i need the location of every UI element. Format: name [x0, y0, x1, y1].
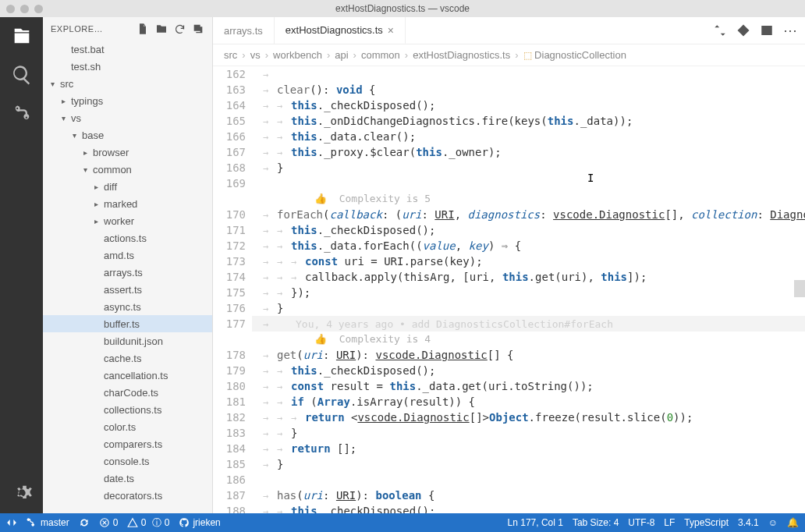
tree-item[interactable]: ▸marked — [43, 195, 212, 212]
zoom-window-icon[interactable] — [34, 5, 43, 13]
tree-item[interactable]: amd.ts — [43, 246, 212, 264]
code-line[interactable]: →→this._data.forEach((value, key) ⇒ { — [252, 238, 805, 254]
status-encoding[interactable]: UTF-8 — [628, 517, 654, 528]
breadcrumb-item[interactable]: api — [335, 49, 348, 61]
code-line[interactable]: → — [252, 66, 805, 82]
tab[interactable]: arrays.ts — [213, 17, 275, 44]
status-tab-size[interactable]: Tab Size: 4 — [573, 517, 619, 528]
status-branch[interactable]: master — [27, 517, 69, 528]
tree-item[interactable]: charCode.ts — [43, 384, 212, 401]
scrollbar-thumb[interactable] — [794, 280, 805, 297]
status-cursor-position[interactable]: Ln 177, Col 1 — [508, 517, 563, 528]
breadcrumb-item[interactable]: ⬚ DiagnosticCollection — [523, 49, 626, 61]
tree-item[interactable]: test.bat — [43, 41, 212, 58]
status-feedback-icon[interactable]: ☺ — [768, 517, 778, 528]
minimize-window-icon[interactable] — [20, 5, 29, 13]
status-language[interactable]: TypeScript — [684, 517, 729, 528]
code-line[interactable]: →→this._proxy.$clear(this._owner); — [252, 144, 805, 160]
tree-item[interactable]: console.ts — [43, 452, 212, 470]
code-editor[interactable]: 1621631641651661671681691701711721731741… — [213, 66, 805, 513]
status-user[interactable]: jrieken — [179, 517, 220, 528]
tree-item[interactable]: actions.ts — [43, 229, 212, 246]
tree-item[interactable]: cancellation.ts — [43, 367, 212, 384]
status-problems[interactable]: 0 0 ⓘ 0 — [99, 516, 170, 530]
status-sync[interactable] — [79, 517, 90, 528]
code-line[interactable]: →→if (Array.isArray(result)) { — [252, 394, 805, 410]
breadcrumb-item[interactable]: workbench — [273, 49, 322, 61]
explorer-icon[interactable] — [11, 25, 33, 47]
collapse-all-icon[interactable] — [192, 23, 204, 35]
code-line[interactable]: →clear(): void { — [252, 82, 805, 98]
compare-icon[interactable] — [713, 23, 727, 37]
codelens-complexity[interactable]: 👍 Complexity is 4 — [252, 332, 805, 347]
tab[interactable]: extHostDiagnostics.ts× — [275, 17, 406, 44]
tree-item[interactable]: ▸worker — [43, 212, 212, 229]
breadcrumb-item[interactable]: common — [361, 49, 400, 61]
breadcrumbs[interactable]: src›vs›workbench›api›common›extHostDiagn… — [213, 44, 805, 66]
code-line[interactable]: →→this._checkDisposed(); — [252, 98, 805, 113]
file-tree[interactable]: test.battest.sh▾src▸typings▾vs▾base▸brow… — [43, 41, 212, 513]
format-icon[interactable] — [736, 23, 750, 37]
codelens-complexity[interactable]: 👍 Complexity is 5 — [252, 191, 805, 207]
code-line[interactable]: →→}); — [252, 285, 805, 300]
code-line[interactable]: →→→callback.apply(thisArg, [uri, this.ge… — [252, 269, 805, 285]
tree-item[interactable]: buildunit.json — [43, 332, 212, 349]
tree-item[interactable]: ▾common — [43, 161, 212, 178]
tree-item[interactable]: ▾vs — [43, 109, 212, 126]
code-line[interactable]: →→const result = this._data.get(uri.toSt… — [252, 378, 805, 394]
code-line[interactable]: →→this._onDidChangeDiagnostics.fire(keys… — [252, 113, 805, 129]
breadcrumb-item[interactable]: vs — [250, 49, 261, 61]
tree-item[interactable]: async.ts — [43, 298, 212, 315]
code-line[interactable]: →→return []; — [252, 441, 805, 456]
tree-item[interactable]: collections.ts — [43, 401, 212, 418]
code-line[interactable]: →→this._checkDisposed(); — [252, 222, 805, 238]
breadcrumb-item[interactable]: src — [224, 49, 237, 61]
split-editor-icon[interactable] — [760, 23, 774, 37]
close-window-icon[interactable] — [6, 5, 15, 13]
code-line[interactable]: →→→const uri = URI.parse(key); — [252, 254, 805, 269]
status-notifications-icon[interactable]: 🔔 — [787, 517, 799, 528]
tree-item[interactable]: arrays.ts — [43, 264, 212, 281]
code-line[interactable]: →→this._checkDisposed(); — [252, 363, 805, 378]
code-line[interactable]: →→this._data.clear(); — [252, 129, 805, 144]
code-content[interactable]: →→clear(): void {→→this._checkDisposed()… — [252, 66, 805, 513]
tree-item[interactable]: cache.ts — [43, 349, 212, 367]
code-line[interactable]: →get(uri: URI): vscode.Diagnostic[] { — [252, 347, 805, 363]
more-actions-icon[interactable]: ⋯ — [783, 22, 797, 39]
breadcrumb-item[interactable]: extHostDiagnostics.ts — [413, 49, 510, 61]
status-eol[interactable]: LF — [664, 517, 675, 528]
code-line[interactable]: →forEach(callback: (uri: URI, diagnostic… — [252, 207, 805, 222]
code-line[interactable]: →has(uri: URI): boolean { — [252, 488, 805, 503]
status-ts-version[interactable]: 3.4.1 — [738, 517, 759, 528]
tree-item[interactable]: decorators.ts — [43, 487, 212, 504]
settings-gear-icon[interactable] — [11, 482, 33, 504]
close-tab-icon[interactable]: × — [388, 24, 394, 37]
refresh-icon[interactable] — [174, 23, 186, 35]
tree-item[interactable]: comparers.ts — [43, 435, 212, 452]
tree-item[interactable]: ▸typings — [43, 92, 212, 109]
new-file-icon[interactable] — [137, 23, 149, 35]
window-traffic-lights — [6, 5, 43, 13]
code-line[interactable]: →} — [252, 300, 805, 316]
code-line[interactable]: →} — [252, 160, 805, 176]
tree-item[interactable]: color.ts — [43, 418, 212, 435]
status-remote[interactable] — [6, 517, 17, 528]
tree-item[interactable]: ▸browser — [43, 144, 212, 161]
new-folder-icon[interactable] — [155, 23, 168, 35]
tree-item[interactable]: test.sh — [43, 58, 212, 75]
tree-item[interactable]: assert.ts — [43, 281, 212, 298]
tree-item[interactable]: buffer.ts — [43, 315, 212, 332]
code-line[interactable]: →→this._checkDisposed(); — [252, 503, 805, 513]
tree-item[interactable]: ▸diff — [43, 178, 212, 195]
search-icon[interactable] — [11, 64, 33, 86]
code-line[interactable] — [252, 472, 805, 488]
code-line[interactable]: →} — [252, 456, 805, 472]
tree-item[interactable]: date.ts — [43, 470, 212, 487]
tree-item[interactable]: ▾base — [43, 126, 212, 144]
tree-item[interactable]: ▾src — [43, 75, 212, 92]
code-line[interactable]: →→} — [252, 425, 805, 441]
code-line[interactable]: →You, 4 years ago • add DiagnosticsColle… — [252, 316, 805, 332]
code-line[interactable] — [252, 176, 805, 191]
code-line[interactable]: →→→return <vscode.Diagnostic[]>Object.fr… — [252, 410, 805, 425]
source-control-icon[interactable] — [11, 103, 33, 125]
